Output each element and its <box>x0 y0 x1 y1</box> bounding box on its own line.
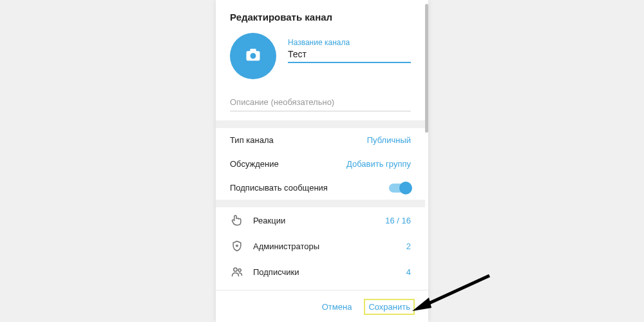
svg-line-5 <box>422 276 489 307</box>
channel-description-input[interactable] <box>230 95 411 111</box>
edit-channel-dialog: Редактировать канал Название канала <box>216 0 428 322</box>
svg-point-4 <box>238 269 241 271</box>
sign-messages-row: Подписывать сообщения <box>216 176 425 200</box>
reactions-icon <box>230 214 244 227</box>
subscribers-row[interactable]: Подписчики 4 <box>216 259 425 285</box>
save-button[interactable]: Сохранить <box>365 299 414 314</box>
subscribers-value: 4 <box>406 267 411 277</box>
channel-type-value: Публичный <box>367 135 411 145</box>
shield-icon <box>230 240 244 252</box>
subscribers-label: Подписчики <box>253 267 397 277</box>
dialog-content: Редактировать канал Название канала <box>216 0 425 285</box>
sign-messages-toggle[interactable] <box>389 184 411 193</box>
admins-row[interactable]: Администраторы 2 <box>216 233 425 259</box>
reactions-row[interactable]: Реакции 16 / 16 <box>216 207 425 233</box>
dialog-scroll-area: Редактировать канал Название канала <box>216 0 428 290</box>
channel-type-label: Тип канала <box>230 135 274 145</box>
sign-messages-label: Подписывать сообщения <box>230 183 328 193</box>
section-divider <box>216 120 425 128</box>
discussion-value: Добавить группу <box>346 159 411 169</box>
channel-name-input[interactable] <box>288 47 411 63</box>
svg-point-3 <box>234 268 237 271</box>
svg-point-2 <box>251 53 256 59</box>
scrollbar[interactable] <box>425 4 428 133</box>
svg-rect-1 <box>250 49 256 52</box>
discussion-label: Обсуждение <box>230 159 279 169</box>
channel-name-label: Название канала <box>288 38 411 47</box>
cancel-button[interactable]: Отмена <box>318 299 356 314</box>
discussion-row[interactable]: Обсуждение Добавить группу <box>216 152 425 176</box>
dialog-title: Редактировать канал <box>216 0 425 25</box>
section-divider <box>216 200 425 207</box>
people-icon <box>230 265 244 278</box>
reactions-label: Реакции <box>253 216 376 225</box>
camera-icon <box>244 46 262 66</box>
reactions-value: 16 / 16 <box>385 216 411 225</box>
channel-type-row[interactable]: Тип канала Публичный <box>216 128 425 152</box>
channel-header: Название канала <box>216 25 425 88</box>
channel-avatar-button[interactable] <box>230 33 276 79</box>
admins-label: Администраторы <box>253 242 397 251</box>
channel-name-block: Название канала <box>288 33 411 63</box>
admins-value: 2 <box>406 242 411 251</box>
dialog-footer: Отмена Сохранить <box>216 290 428 322</box>
channel-description-block <box>216 88 425 120</box>
